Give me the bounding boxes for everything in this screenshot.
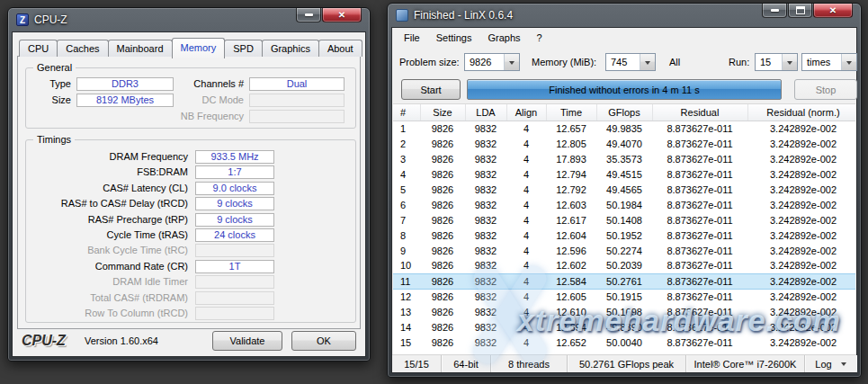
result-cell: 9826	[420, 243, 465, 258]
tab-graphics[interactable]: Graphics	[262, 40, 319, 57]
menuitem-file[interactable]: File	[396, 30, 428, 46]
result-row[interactable]: 1498269832412.69449.83908.873627e-0113.2…	[393, 319, 855, 335]
result-cell: 12.794	[546, 166, 596, 182]
result-row[interactable]: 198269832412.65749.98358.873627e-0113.24…	[393, 121, 855, 136]
result-cell: 3.242892e-002	[747, 151, 855, 166]
type-label: Type	[31, 77, 71, 91]
column-header-gflops[interactable]: GFlops	[596, 104, 652, 121]
validate-button[interactable]: Validate	[212, 331, 282, 351]
result-row[interactable]: 798269832412.61750.14088.873627e-0113.24…	[393, 212, 855, 228]
result-cell: 9826	[420, 136, 465, 151]
result-row[interactable]: 598269832412.79249.45658.873627e-0113.24…	[393, 182, 855, 197]
result-cell: 50.1698	[596, 304, 652, 319]
result-row[interactable]: 998269832412.59650.22748.873627e-0113.24…	[393, 243, 855, 258]
timing-label: DRAM Idle Timer	[30, 275, 188, 289]
tab-mainboard[interactable]: Mainboard	[108, 40, 173, 57]
run-count-combo[interactable]: 15	[755, 53, 798, 71]
result-cell: 3.242892e-002	[747, 319, 855, 335]
menuitem-settings[interactable]: Settings	[428, 30, 480, 46]
result-row[interactable]: 498269832412.79449.45158.873627e-0113.24…	[393, 166, 855, 182]
run-unit-combo[interactable]: times	[801, 53, 857, 71]
result-cell: 9832	[465, 197, 506, 212]
result-row[interactable]: 1298269832412.60550.19158.873627e-0113.2…	[393, 289, 855, 304]
start-button[interactable]: Start	[401, 79, 461, 100]
progress-bar: Finished without errors in 4 m 11 s	[467, 79, 782, 100]
result-cell: 12	[393, 289, 420, 304]
timing-label: Bank Cycle Time (tRC)	[30, 244, 188, 257]
channels-label: Channels #	[172, 77, 244, 91]
column-header-align[interactable]: Align	[506, 104, 546, 121]
cpuz-titlebar[interactable]: Z CPU-Z ✕	[8, 8, 370, 31]
general-groupbox: General Type DDR3 Channels # Dual Size 8…	[25, 67, 356, 129]
result-cell: 9826	[420, 166, 465, 182]
result-cell: 50.2039	[596, 258, 652, 273]
result-cell: 50.2761	[596, 273, 652, 289]
tab-cpu[interactable]: CPU	[19, 40, 58, 57]
result-cell: 1	[393, 121, 420, 136]
result-cell: 12.602	[546, 258, 596, 273]
tab-about[interactable]: About	[318, 40, 362, 57]
column-header-index[interactable]: #	[393, 104, 420, 121]
column-header-residual-norm[interactable]: Residual (norm.)	[747, 104, 855, 121]
status-log-button[interactable]: Log	[805, 355, 856, 372]
result-cell: 8.873627e-011	[652, 335, 747, 350]
result-row[interactable]: 298269832412.80549.40708.873627e-0113.24…	[393, 136, 855, 151]
result-row[interactable]: 1098269832412.60250.20398.873627e-0113.2…	[393, 258, 855, 273]
timing-value-field: 9 clocks	[195, 213, 274, 227]
cpuz-minimize-button[interactable]	[296, 8, 321, 22]
result-row[interactable]: 1598269832412.65250.00408.873627e-0113.2…	[393, 335, 855, 350]
problem-size-label: Problem size:	[399, 48, 460, 76]
timing-value-field	[195, 244, 274, 257]
tab-spd[interactable]: SPD	[224, 40, 263, 57]
log-dropdown-icon	[841, 362, 846, 369]
result-row[interactable]: 398269832417.89335.35738.873627e-0113.24…	[393, 151, 855, 166]
linx-settings-toolbar: Problem size: 9826 Memory (MiB): 745 All…	[392, 48, 856, 76]
column-header-residual[interactable]: Residual	[652, 104, 747, 121]
combo-arrow-button[interactable]	[782, 54, 797, 70]
result-cell: 49.4515	[596, 166, 652, 182]
result-cell: 3.242892e-002	[747, 136, 855, 151]
menuitem-graphs[interactable]: Graphs	[479, 30, 528, 46]
problem-size-combo[interactable]: 9826	[464, 53, 520, 71]
result-cell: 3.242892e-002	[747, 304, 855, 319]
progress-status-text: Finished without errors in 4 m 11 s	[549, 85, 699, 95]
result-cell: 9826	[420, 151, 465, 166]
chevron-down-icon	[846, 61, 852, 67]
combo-arrow-button[interactable]	[640, 54, 655, 70]
result-row[interactable]: 1398269832412.61050.16988.873627e-0113.2…	[393, 304, 855, 319]
result-cell: 9832	[465, 151, 506, 166]
result-cell: 3	[393, 151, 420, 166]
column-header-time[interactable]: Time	[546, 104, 596, 121]
cpuz-close-button[interactable]: ✕	[322, 8, 362, 22]
result-cell: 4	[506, 212, 546, 228]
linx-minimize-button[interactable]	[762, 4, 787, 18]
linx-maximize-button[interactable]	[788, 4, 812, 18]
status-threads: 8 threads	[491, 355, 568, 372]
memory-combo[interactable]: 745	[605, 53, 656, 71]
combo-arrow-button[interactable]	[841, 54, 856, 70]
linx-close-button[interactable]: ✕	[813, 4, 853, 18]
result-cell: 50.1984	[596, 197, 652, 212]
timing-value-field	[195, 291, 274, 305]
linx-titlebar[interactable]: Finished - LinX 0.6.4 ✕	[388, 4, 861, 27]
tab-caches[interactable]: Caches	[57, 40, 108, 57]
result-row[interactable]: 898269832412.60450.19528.873627e-0113.24…	[393, 228, 855, 243]
timing-value-field: 9.0 clocks	[195, 182, 274, 195]
tab-memory[interactable]: Memory	[172, 38, 226, 58]
memory-value: 745	[606, 57, 640, 67]
result-row[interactable]: 698269832412.60350.19848.873627e-0113.24…	[393, 197, 855, 212]
nb-frequency-value-field	[249, 110, 345, 123]
column-header-lda[interactable]: LDA	[465, 104, 506, 121]
ok-button[interactable]: OK	[291, 331, 356, 351]
column-header-size[interactable]: Size	[420, 104, 465, 121]
minimize-icon	[305, 13, 313, 16]
result-cell: 4	[506, 258, 546, 273]
all-option-label[interactable]: All	[669, 48, 680, 76]
result-cell: 4	[506, 335, 546, 350]
results-header-row: # Size LDA Align Time GFlops Residual Re…	[393, 104, 855, 121]
run-count-value: 15	[756, 57, 782, 67]
stop-button[interactable]: Stop	[794, 79, 857, 100]
result-row[interactable]: 1198269832412.58450.27618.873627e-0113.2…	[393, 273, 855, 289]
combo-arrow-button[interactable]	[504, 54, 519, 70]
menuitem-help[interactable]: ?	[529, 30, 550, 46]
